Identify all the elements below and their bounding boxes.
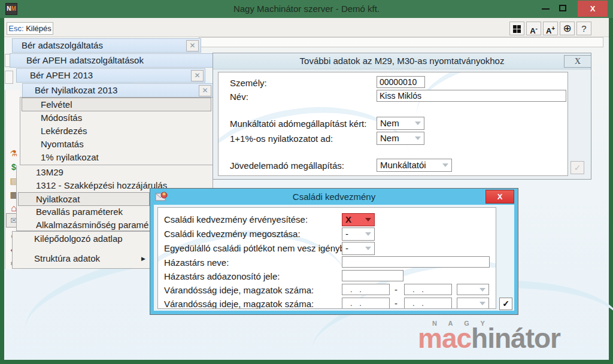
date-range-dash: -	[394, 298, 397, 308]
input-varandossag-2-ig[interactable]: . .	[404, 298, 452, 309]
dialog-m29: További adatok az M29, M30-as nyomtatván…	[213, 53, 591, 180]
watermark-swirl	[410, 72, 568, 163]
label-varandossag-1: Várandósság ideje, magzatok száma:	[164, 285, 314, 295]
panel-title: Bér adatszolgáltatás	[22, 40, 103, 50]
menu-item-struktura-adatok[interactable]: Struktúra adatok	[34, 252, 139, 265]
combo-value: -	[345, 229, 348, 239]
label-jovedelemado-megallapitas: Jövedelemadó megállapítás:	[230, 160, 344, 171]
exit-label: Kilépés	[24, 24, 51, 33]
input-varandossag-1-tol[interactable]: . .	[342, 284, 390, 295]
combo-magzatok-szama-2[interactable]	[457, 298, 489, 309]
target-button[interactable]: ⊕	[560, 22, 575, 35]
label-varandossag-2: Várandósság ideje, magzatok száma:	[164, 299, 314, 309]
combo-value: -	[345, 243, 348, 253]
close-button[interactable]: X	[578, 1, 608, 17]
tiles-button[interactable]	[509, 22, 524, 35]
maximize-button[interactable]	[559, 5, 566, 11]
combo-value: Nem	[380, 118, 399, 128]
font-decrease-icon: A	[530, 26, 535, 35]
chevron-down-icon	[480, 288, 485, 292]
dialog-csaladi-content: Családi kedvezmény érvényesítése: X Csal…	[157, 207, 496, 309]
chevron-down-icon	[365, 247, 371, 250]
dialog-csaladi-kedvezmeny: Családi kedvezmény X Családi kedvezmény …	[150, 188, 518, 315]
input-hazastars-neve[interactable]	[342, 256, 490, 268]
combo-1plusz1-nyilatkozat[interactable]: Nem	[377, 132, 424, 145]
combo-value: Nem	[380, 133, 399, 143]
combo-value: X	[345, 214, 351, 225]
help-button[interactable]: ?	[576, 22, 591, 35]
menu-item-13m29[interactable]: 13M29	[36, 166, 210, 178]
combo-egyedulallo-potlek[interactable]: -	[342, 242, 375, 255]
label-kedvezmeny-ervenyesites: Családi kedvezmény érvényesítése:	[164, 214, 308, 225]
menu-item-kilepo-dolgozo-adatlap[interactable]: Kilépődolgozó adatlap	[34, 232, 148, 245]
chevron-down-icon	[365, 218, 371, 222]
submenu-arrow-icon: ▶	[141, 256, 145, 262]
chevron-down-icon	[415, 122, 421, 125]
font-decrease-button[interactable]: A-	[526, 22, 541, 35]
input-varandossag-1-ig[interactable]: . .	[404, 284, 452, 295]
menu-item-nyilatkozat[interactable]: Nyilatkozat	[18, 192, 150, 206]
input-hazastars-adoazonosito[interactable]	[342, 270, 403, 281]
combo-jovedelemado-megallapitas[interactable]: Munkáltatói	[377, 159, 452, 172]
dialog-m29-header[interactable]: További adatok az M29, M30-as nyomtatván…	[213, 53, 591, 69]
combo-kedvezmeny-ervenyesites[interactable]: X	[342, 213, 375, 226]
dialog-csaladi-title: Családi kedvezmény	[150, 189, 518, 205]
input-szemely[interactable]: 00000010	[377, 76, 425, 88]
target-icon: ⊕	[563, 23, 571, 34]
menu-item-1-szazalek-nyilatkozat[interactable]: 1% nyilatkozat	[41, 151, 208, 163]
combo-munkaltatoi-adomegallapitas[interactable]: Nem	[377, 117, 424, 130]
menu-item-lekerdezes[interactable]: Lekérdezés	[41, 125, 208, 137]
panel-header-ber-apeh-2013[interactable]: Bér APEH 2013✕	[16, 68, 205, 83]
font-increase-icon: A	[546, 26, 551, 35]
label-nev: Név:	[230, 92, 248, 102]
panel-header-ber-apeh-adatszolgaltatasok[interactable]: Bér APEH adatszolgáltatások	[10, 53, 213, 68]
dialog-m29-content: Személy: 00000010 Név: Kiss Miklós Munká…	[218, 72, 568, 176]
chevron-down-icon	[442, 163, 448, 167]
window-title: Nagy Machinátor szerver - Demó kft.	[0, 4, 613, 14]
logo-rest: hinátor	[471, 323, 560, 354]
window-frame-left	[0, 18, 4, 364]
combo-magzatok-szama-1[interactable]	[457, 284, 489, 295]
menu-item-alkalmazasminoseg[interactable]: Alkalmazásminőség paraméterei	[36, 219, 148, 231]
m29-confirm-button[interactable]: ✓	[570, 161, 584, 174]
label-egyedulallo-potlek: Egyedülálló családi pótlékot nem vesz ig…	[164, 243, 352, 253]
panel-close-icon[interactable]: ✕	[199, 85, 211, 96]
combo-kedvezmeny-megosztas[interactable]: -	[342, 228, 375, 241]
panel-header-ber-adatszolgaltatas[interactable]: Bér adatszolgáltatás✕	[12, 38, 201, 53]
panel-close-icon[interactable]: ✕	[191, 70, 204, 81]
label-munkaltatoi-adomegallapitas: Munkáltatói adómegállapítást kért:	[230, 119, 366, 129]
flask-icon[interactable]: ⚗	[8, 148, 19, 159]
font-increase-button[interactable]: A+	[543, 22, 558, 35]
label-szemely: Személy:	[230, 78, 267, 88]
panel-edge-strip	[199, 37, 603, 47]
combo-value: Munkáltatói	[380, 160, 426, 170]
date-range-dash: -	[394, 284, 397, 295]
input-nev[interactable]: Kiss Miklós	[377, 90, 566, 102]
input-varandossag-2-tol[interactable]: . .	[342, 298, 390, 309]
menu-item-modositas[interactable]: Módosítás	[41, 111, 208, 124]
panel-title: Bér APEH 2013	[26, 70, 93, 80]
minimize-button[interactable]	[542, 8, 550, 10]
application-window: NM Nagy Machinátor szerver - Demó kft. X…	[0, 0, 613, 364]
exit-button[interactable]: Esc: Kilépés	[7, 22, 53, 35]
dialog-csaladi-icon	[155, 191, 168, 202]
esc-key-label: Esc:	[8, 24, 23, 33]
panel-fragment	[5, 71, 13, 84]
dialog-csaladi-close-icon[interactable]: X	[485, 190, 514, 204]
tiles-icon	[513, 25, 521, 33]
label-1plusz1-nyilatkozat: 1+1%-os nyilatkozatot ad:	[230, 134, 333, 144]
chevron-down-icon	[415, 136, 421, 140]
logo-accent: mac	[418, 323, 471, 354]
label-hazastars-neve: Házastárs neve:	[164, 257, 229, 268]
label-hazastars-adoazonosito: Házastárs adóazonosító jele:	[164, 271, 280, 281]
panel-title: Bér Nyilatkozat 2013	[32, 85, 117, 95]
panel-header-ber-nyilatkozat-2013[interactable]: Bér Nyilatkozat 2013✕	[22, 83, 213, 98]
dialog-m29-title: További adatok az M29, M30-as nyomtatván…	[213, 53, 591, 69]
logo-machinator-text: machinátor	[418, 322, 560, 354]
panel-close-icon[interactable]: ✕	[186, 40, 199, 51]
panel-title: Bér APEH adatszolgáltatások	[19, 55, 144, 65]
menu-item-felvetel[interactable]: Felvétel	[22, 98, 211, 111]
csaladi-confirm-button[interactable]: ✓	[499, 298, 512, 310]
menu-item-nyomtatas[interactable]: Nyomtatás	[41, 138, 208, 150]
dialog-m29-close-icon[interactable]: X	[564, 55, 591, 68]
